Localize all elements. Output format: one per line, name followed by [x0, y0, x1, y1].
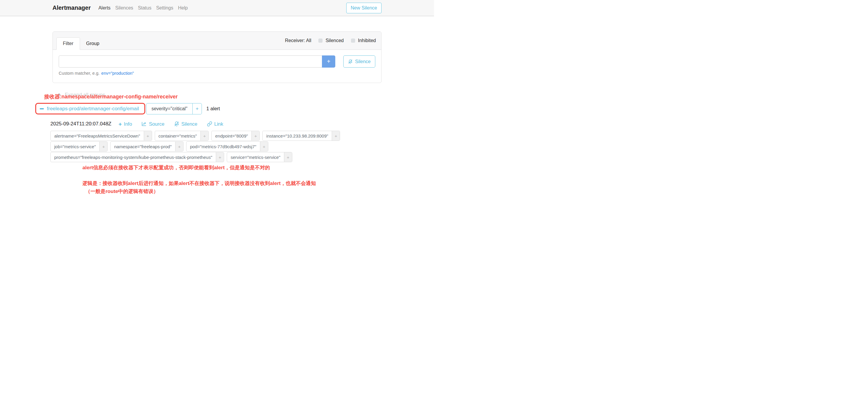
annotation-note-2: 逻辑是：接收器收到alert后进行通知，如果alert不在接收器下，说明接收器没…	[83, 180, 381, 187]
bell-slash-icon	[174, 121, 179, 127]
annotation-note-1: alert信息必须在接收器下才表示配置成功，否则即使能看到alert，但是通知是…	[83, 164, 381, 171]
inhibited-checkbox[interactable]	[351, 38, 355, 43]
label-tag: endpoint="8009" +	[211, 131, 260, 141]
label-filter-add-button[interactable]: +	[216, 152, 224, 162]
nav-item-silences[interactable]: Silences	[115, 5, 133, 11]
plus-icon: +	[119, 121, 122, 127]
label-tag: job="metrics-service" +	[51, 142, 107, 151]
new-silence-button[interactable]: New Silence	[346, 3, 381, 13]
label-tag: pod="metrics-77d9cdb497-wdsj7" +	[186, 142, 268, 151]
label-tag: service="metrics-service" +	[227, 152, 292, 162]
alert-info-button[interactable]: + Info	[119, 121, 132, 127]
add-matcher-button[interactable]: +	[322, 55, 335, 68]
label-filter-add-button[interactable]: +	[200, 131, 208, 141]
inhibited-label: Inhibited	[358, 38, 376, 43]
alertmanager-page: Alertmanager Alerts Silences Status Sett…	[0, 0, 434, 200]
link-icon	[207, 121, 212, 127]
alert-source-link[interactable]: Source	[142, 121, 164, 127]
group-matcher-label[interactable]: severity="critical"	[147, 103, 192, 114]
filter-card: Filter Group Receiver: All Silenced Inhi…	[53, 31, 381, 83]
receiver-group-label: freeleaps-prod/alertmanager-config/email	[47, 106, 139, 112]
label-tag: prometheus="freeleaps-monitoring-system/…	[51, 152, 224, 162]
main-nav: Alerts Silences Status Settings Help	[98, 5, 188, 11]
tab-filter[interactable]: Filter	[56, 37, 80, 50]
minus-icon	[40, 108, 44, 110]
filter-card-body: + Silence Custom matcher, e.g.env="produ…	[53, 50, 381, 83]
silence-filter-button[interactable]: Silence	[343, 55, 375, 68]
label-filter-add-button[interactable]: +	[144, 131, 152, 141]
alert-permalink[interactable]: Link	[207, 121, 223, 127]
label-filter-add-button[interactable]: +	[99, 142, 107, 151]
nav-item-status[interactable]: Status	[138, 5, 151, 11]
label-filter-add-button[interactable]: +	[251, 131, 259, 141]
filter-card-header: Filter Group Receiver: All Silenced Inhi…	[53, 32, 381, 50]
app-brand[interactable]: Alertmanager	[53, 4, 91, 11]
alert-timestamp: 2025-09-24T11:20:07.048Z	[51, 121, 112, 127]
alert-silence-button[interactable]: Silence	[174, 121, 197, 127]
receiver-filter-label[interactable]: Receiver: All	[285, 38, 311, 43]
chart-line-icon	[142, 121, 147, 127]
nav-item-alerts[interactable]: Alerts	[98, 5, 111, 11]
annotation-red-box: freeleaps-prod/alertmanager-config/email	[35, 103, 145, 115]
alert-labels: alertname="FreeleapsMetricsServiceDown" …	[51, 131, 381, 162]
silenced-checkbox[interactable]	[318, 38, 322, 43]
label-filter-add-button[interactable]: +	[260, 142, 268, 151]
alert-count: 1 alert	[206, 106, 220, 112]
label-tag: instance="10.233.98.209:8009" +	[262, 131, 340, 141]
label-tag: alertname="FreeleapsMetricsServiceDown" …	[51, 131, 152, 141]
matcher-input[interactable]	[59, 55, 322, 68]
receiver-group-row: freeleaps-prod/alertmanager-config/email…	[35, 103, 381, 115]
group-matcher-add-button[interactable]: +	[192, 103, 202, 114]
annotation-heading: 接收器:namespace/altermanager-config-name/r…	[44, 93, 381, 100]
label-filter-add-button[interactable]: +	[332, 131, 340, 141]
label-filter-add-button[interactable]: +	[284, 152, 292, 162]
nav-item-help[interactable]: Help	[178, 5, 188, 11]
bell-slash-icon	[348, 59, 353, 64]
matcher-example-link[interactable]: env="production"	[101, 71, 134, 75]
annotation-note-3: （一般是route中的逻辑有错误）	[85, 188, 381, 195]
nav-item-settings[interactable]: Settings	[156, 5, 174, 11]
label-tag: namespace="freeleaps-prod" +	[110, 142, 184, 151]
silenced-label: Silenced	[326, 38, 344, 43]
label-filter-add-button[interactable]: +	[175, 142, 183, 151]
alert-block: 2025-09-24T11:20:07.048Z + Info Source	[51, 121, 381, 195]
group-matcher-chip: severity="critical" +	[146, 103, 202, 115]
tab-group[interactable]: Group	[80, 38, 105, 50]
navbar: Alertmanager Alerts Silences Status Sett…	[0, 0, 434, 16]
matcher-hint: Custom matcher, e.g.env="production"	[59, 71, 375, 75]
label-tag: container="metrics" +	[155, 131, 209, 141]
silence-filter-label: Silence	[355, 59, 371, 64]
receiver-group-button[interactable]: freeleaps-prod/alertmanager-config/email	[40, 106, 139, 112]
